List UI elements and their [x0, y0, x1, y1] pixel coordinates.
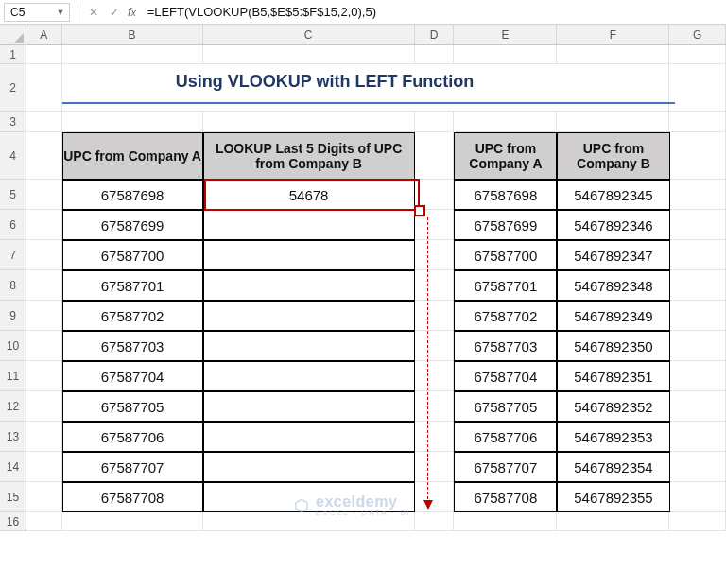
cell[interactable]	[670, 391, 727, 422]
table-cell[interactable]	[203, 240, 415, 270]
cell[interactable]	[415, 482, 455, 512]
table-cell[interactable]: 67587700	[454, 240, 557, 270]
cell[interactable]	[415, 301, 455, 331]
table-cell[interactable]: 67587706	[62, 422, 203, 452]
fill-handle[interactable]	[414, 205, 425, 216]
table-cell[interactable]: 67587704	[62, 361, 203, 391]
table-cell[interactable]: 67587703	[454, 331, 557, 361]
row-header[interactable]: 16	[0, 512, 26, 531]
table-cell[interactable]: 67587706	[454, 422, 557, 452]
row-header[interactable]: 8	[0, 270, 26, 301]
name-box[interactable]: C5 ▼	[4, 3, 70, 22]
table-header[interactable]: UPC from Company A	[62, 132, 203, 180]
row-header[interactable]: 9	[0, 301, 26, 331]
cell[interactable]	[454, 512, 557, 531]
row-header[interactable]: 1	[0, 45, 26, 64]
cancel-icon[interactable]: ✕	[86, 6, 101, 19]
cell[interactable]	[669, 45, 726, 64]
cell[interactable]	[415, 64, 455, 112]
table-cell[interactable]: 5467892348	[557, 270, 669, 301]
cell[interactable]	[26, 331, 62, 361]
row-header[interactable]: 13	[0, 422, 26, 452]
table-cell[interactable]: 5467892350	[557, 331, 669, 361]
cell[interactable]	[62, 512, 203, 531]
row-header[interactable]: 2	[0, 64, 26, 112]
cell[interactable]	[26, 452, 62, 482]
row-header[interactable]: 7	[0, 240, 26, 270]
table-cell[interactable]	[203, 361, 415, 391]
col-header-F[interactable]: F	[557, 25, 669, 44]
cell[interactable]	[26, 301, 62, 331]
col-header-B[interactable]: B	[62, 25, 203, 44]
table-cell[interactable]	[203, 422, 415, 452]
cell[interactable]	[415, 452, 455, 482]
row-header[interactable]: 15	[0, 482, 26, 512]
select-all-corner[interactable]	[0, 25, 26, 45]
cell[interactable]	[62, 45, 203, 64]
enter-icon[interactable]: ✓	[107, 6, 122, 19]
cell[interactable]	[415, 270, 455, 301]
col-header-E[interactable]: E	[454, 25, 557, 44]
cell[interactable]	[26, 210, 62, 240]
cell[interactable]	[669, 112, 726, 132]
table-cell[interactable]: 67587699	[454, 210, 557, 240]
table-cell[interactable]: 67587698	[454, 180, 557, 210]
row-header[interactable]: 3	[0, 112, 26, 132]
cell[interactable]	[454, 112, 557, 132]
col-header-G[interactable]: G	[669, 25, 726, 44]
col-header-C[interactable]: C	[203, 25, 415, 44]
table-cell[interactable]: 5467892354	[557, 452, 669, 482]
cell[interactable]	[62, 112, 203, 132]
table-cell[interactable]: 67587705	[454, 391, 557, 422]
cell[interactable]	[26, 180, 62, 210]
cell[interactable]	[670, 482, 727, 512]
cell[interactable]	[26, 512, 62, 531]
cell[interactable]	[415, 512, 455, 531]
row-header[interactable]: 5	[0, 180, 26, 210]
table-cell[interactable]: 67587702	[454, 301, 557, 331]
cell[interactable]	[557, 112, 669, 132]
chevron-down-icon[interactable]: ▼	[53, 5, 68, 20]
table-cell[interactable]: 67587704	[454, 361, 557, 391]
table-cell[interactable]: 5467892353	[557, 422, 669, 452]
table-cell[interactable]: 5467892346	[557, 210, 669, 240]
cell[interactable]	[454, 64, 557, 112]
table-cell[interactable]: 5467892351	[557, 361, 669, 391]
table-cell[interactable]: 67587707	[62, 452, 203, 482]
cell[interactable]	[557, 64, 669, 112]
table-cell[interactable]: 67587699	[62, 210, 203, 240]
table-cell[interactable]: 67587700	[62, 240, 203, 270]
cell[interactable]	[670, 361, 727, 391]
cell[interactable]	[26, 270, 62, 301]
table-cell[interactable]: 67587703	[62, 331, 203, 361]
table-cell[interactable]: 5467892355	[557, 482, 669, 512]
cell[interactable]	[669, 512, 726, 531]
cell[interactable]	[26, 45, 62, 64]
table-cell[interactable]	[203, 301, 415, 331]
row-header[interactable]: 4	[0, 132, 26, 180]
cell[interactable]	[415, 361, 455, 391]
table-cell[interactable]: 5467892352	[557, 391, 669, 422]
col-header-D[interactable]: D	[415, 25, 455, 44]
cell[interactable]	[26, 361, 62, 391]
cell[interactable]	[202, 64, 414, 112]
cell[interactable]	[670, 331, 727, 361]
cell[interactable]	[670, 240, 727, 270]
cell[interactable]	[670, 132, 727, 180]
table-cell[interactable]	[203, 452, 415, 482]
table-cell[interactable]: 67587701	[454, 270, 557, 301]
formula-input[interactable]	[144, 3, 726, 22]
row-header[interactable]: 11	[0, 361, 26, 391]
row-header[interactable]: 6	[0, 210, 26, 240]
table-cell[interactable]: 67587701	[62, 270, 203, 301]
table-header[interactable]: LOOKUP Last 5 Digits of UPC from Company…	[203, 132, 415, 180]
cell[interactable]	[670, 422, 727, 452]
table-cell[interactable]: 67587707	[454, 452, 557, 482]
cell[interactable]	[415, 331, 455, 361]
fx-icon[interactable]: fx	[128, 5, 136, 19]
cell[interactable]	[415, 112, 455, 132]
row-header[interactable]: 10	[0, 331, 26, 361]
col-header-A[interactable]: A	[26, 25, 62, 44]
cell[interactable]	[454, 45, 557, 64]
cell[interactable]	[26, 132, 62, 180]
